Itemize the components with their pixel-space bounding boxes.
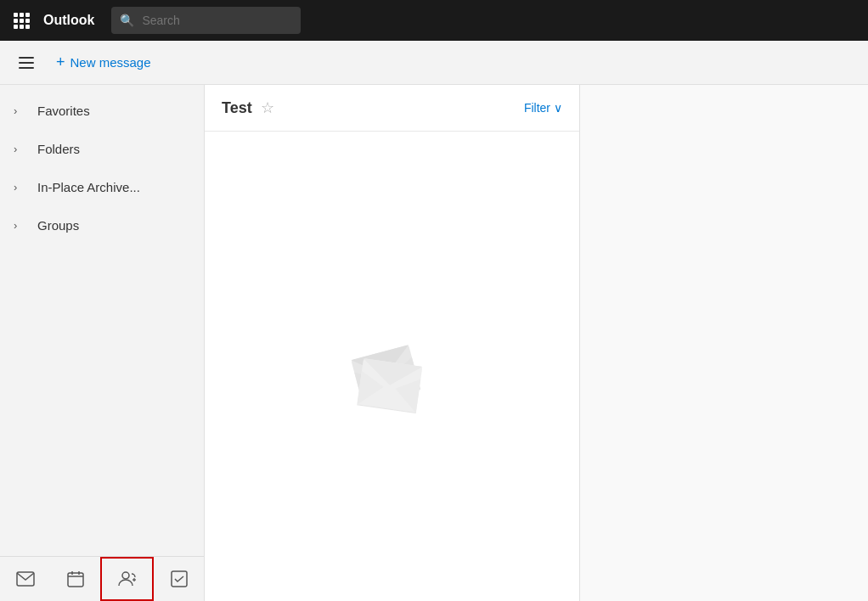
action-bar: + New message — [0, 41, 868, 85]
hamburger-line — [19, 62, 34, 64]
search-icon: 🔍 — [120, 14, 134, 27]
content-title-row: Test ☆ — [222, 98, 274, 117]
filter-button[interactable]: Filter ∨ — [524, 101, 562, 115]
sidebar-item-folders[interactable]: › Folders — [0, 130, 204, 168]
nav-people-button[interactable] — [100, 557, 154, 601]
chevron-right-icon: › — [14, 143, 27, 155]
sidebar-nav: › Favorites › Folders › In-Place Archive… — [0, 85, 204, 556]
svg-rect-8 — [172, 571, 187, 587]
plus-icon: + — [56, 53, 65, 71]
app-title: Outlook — [43, 13, 94, 28]
sidebar-label-favorites: Favorites — [37, 104, 90, 118]
empty-inbox-illustration — [337, 316, 448, 418]
right-panel — [579, 85, 868, 601]
people-icon — [118, 570, 137, 587]
content-area: Test ☆ Filter ∨ — [204, 85, 579, 601]
sidebar-item-favorites[interactable]: › Favorites — [0, 92, 204, 130]
main-layout: › Favorites › Folders › In-Place Archive… — [0, 85, 868, 601]
new-message-label: New message — [70, 55, 151, 70]
svg-rect-0 — [17, 572, 34, 586]
mail-icon — [16, 571, 35, 587]
chevron-right-icon: › — [14, 181, 27, 194]
search-input[interactable] — [111, 7, 301, 34]
folder-title: Test — [222, 99, 252, 117]
hamburger-line — [19, 67, 34, 69]
chevron-right-icon: › — [14, 219, 27, 232]
sidebar-label-archive: In-Place Archive... — [37, 180, 140, 194]
nav-calendar-button[interactable] — [50, 557, 100, 601]
chevron-down-icon: ∨ — [554, 101, 562, 115]
svg-point-5 — [122, 572, 129, 579]
calendar-icon — [67, 570, 84, 587]
nav-mail-button[interactable] — [0, 557, 50, 601]
filter-label: Filter — [524, 101, 550, 115]
star-icon[interactable]: ☆ — [261, 98, 274, 117]
new-message-button[interactable]: + New message — [49, 48, 158, 76]
sidebar-item-archive[interactable]: › In-Place Archive... — [0, 168, 204, 206]
empty-state — [205, 132, 579, 601]
content-header: Test ☆ Filter ∨ — [205, 85, 579, 132]
sidebar-label-folders: Folders — [37, 142, 80, 156]
hamburger-menu-button[interactable] — [14, 52, 39, 74]
nav-tasks-button[interactable] — [154, 557, 204, 601]
apps-grid-icon[interactable] — [10, 9, 33, 32]
sidebar-label-groups: Groups — [37, 218, 79, 233]
svg-rect-1 — [68, 573, 83, 587]
sidebar-item-groups[interactable]: › Groups — [0, 206, 204, 244]
sidebar: › Favorites › Folders › In-Place Archive… — [0, 85, 204, 601]
chevron-right-icon: › — [14, 104, 27, 117]
bottom-nav — [0, 556, 204, 601]
tasks-icon — [171, 570, 188, 587]
topbar: Outlook 🔍 — [0, 0, 868, 41]
hamburger-line — [19, 57, 34, 59]
search-wrapper: 🔍 — [111, 7, 553, 34]
